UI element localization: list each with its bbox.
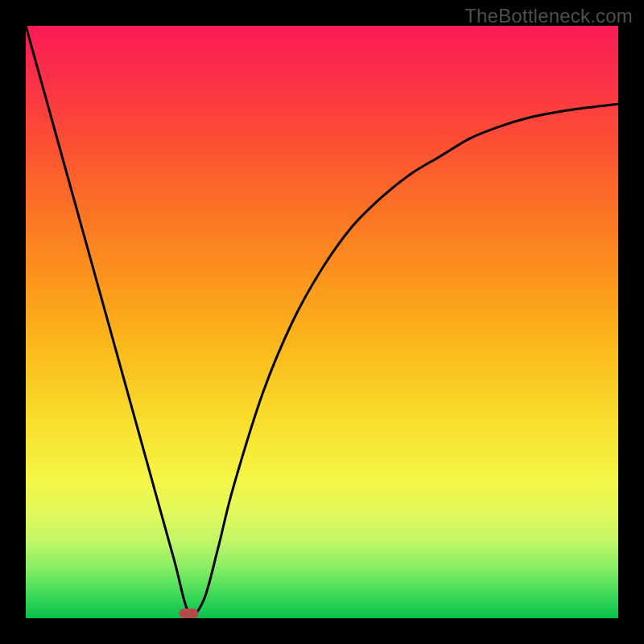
- bottleneck-curve: [26, 26, 618, 615]
- chart-frame: TheBottleneck.com: [0, 0, 644, 644]
- optimal-point-marker: [179, 609, 198, 618]
- plot-area: [26, 26, 618, 618]
- watermark-text: TheBottleneck.com: [464, 5, 633, 27]
- curve-layer: [26, 26, 618, 618]
